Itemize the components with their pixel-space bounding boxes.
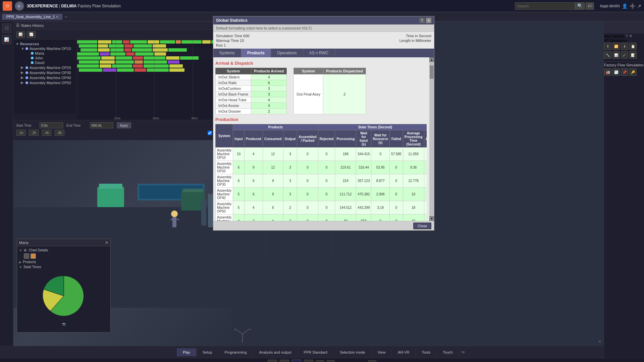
btm-tab-selection[interactable]: Selection mode: [334, 348, 372, 356]
sim-icon-7[interactable]: 🖋: [621, 51, 628, 59]
sidebar-icon-2[interactable]: 📊: [2, 35, 11, 44]
chart-icon-1[interactable]: [24, 253, 29, 259]
maria-panel-title: Maria: [19, 241, 29, 245]
sim-icon-1[interactable]: ⬆: [604, 43, 611, 50]
time-btn-1h[interactable]: -1h: [16, 130, 25, 136]
dispatch-system-cell: Out Final Assy: [294, 74, 323, 114]
app-options-close[interactable]: ✕: [629, 34, 633, 39]
share-icon[interactable]: ↗: [637, 3, 641, 9]
btm-tab-touch[interactable]: Touch: [437, 348, 459, 356]
gs-tab-asnrwc[interactable]: AS n RWC: [303, 49, 335, 57]
tree-node-op10[interactable]: ▼ Assembly Machine OP10: [21, 46, 75, 51]
time-btn-4h[interactable]: -4h: [42, 130, 51, 136]
svg-rect-33: [126, 52, 135, 56]
resources-root[interactable]: ▼ Resources: [15, 42, 75, 46]
btm-tab-pprstandard[interactable]: PPR Standard: [298, 348, 334, 356]
btm-tab-analysis[interactable]: Analysis and output: [253, 348, 298, 356]
maria-panel-close[interactable]: ✕: [105, 240, 108, 245]
step-button[interactable]: ⏭: [304, 360, 313, 362]
sidebar-icon-1[interactable]: ⬡: [2, 23, 11, 33]
tree-node-op50[interactable]: ▶ Assembly Machine OP50: [21, 80, 75, 85]
btm-tab-view[interactable]: View: [372, 348, 392, 356]
arrival-row: InOut Rails6: [216, 80, 287, 86]
tree-node-maria[interactable]: Maria: [26, 51, 75, 56]
btm-tab-tools[interactable]: Tools: [416, 348, 437, 356]
more-tabs-button[interactable]: ≫: [459, 348, 467, 356]
btm-tab-setup[interactable]: Setup: [197, 348, 219, 356]
gs-help-button[interactable]: ?: [419, 18, 425, 23]
search-input[interactable]: [515, 2, 575, 10]
playback-settings-button[interactable]: ⚙: [316, 360, 324, 362]
sim-icon-6[interactable]: 📊: [612, 51, 620, 59]
tree-node-op20[interactable]: ▶ Assembly Machine OP20: [21, 65, 75, 70]
username-label: Najib MHIRI: [600, 4, 620, 8]
sim-icon-4[interactable]: 📋: [629, 43, 637, 50]
stop-button[interactable]: ⬛: [268, 360, 277, 362]
add-icon[interactable]: ➕: [630, 3, 635, 9]
app-options-help[interactable]: ?: [626, 34, 628, 39]
tree-node-john[interactable]: John: [26, 56, 75, 60]
gs-scroll-up[interactable]: ▲: [429, 57, 434, 62]
gs-close-button[interactable]: ✕: [426, 18, 431, 23]
playback-list-button[interactable]: ☰: [327, 360, 335, 362]
apply-button[interactable]: Apply: [117, 122, 131, 128]
chart-btn-1[interactable]: 📊: [16, 31, 25, 38]
svg-rect-38: [115, 56, 132, 60]
btm-tab-programming[interactable]: Programming: [219, 348, 253, 356]
svg-rect-21: [133, 44, 152, 48]
factory-icon-1[interactable]: 🏭: [604, 68, 611, 76]
gs-scroll-track[interactable]: [429, 62, 434, 216]
sim-icon-2[interactable]: 🔁: [612, 43, 620, 50]
time-btn-2h[interactable]: -2h: [29, 130, 38, 136]
btm-tab-play[interactable]: Play: [177, 348, 196, 356]
arrival-dispatch-title: Arrival & Dispatch: [215, 61, 427, 66]
time-btn-8h[interactable]: -8h: [55, 130, 64, 136]
state-times-row[interactable]: ▼ State Times: [19, 264, 108, 269]
prod-extra-cell: [424, 215, 427, 221]
end-time-input[interactable]: [90, 122, 113, 128]
gs-tab-products[interactable]: Products: [241, 49, 271, 57]
tree-node-david[interactable]: David: [26, 60, 75, 65]
chart-details-row[interactable]: ▼ 🖥 Chart Details: [19, 248, 108, 253]
factory-icon-2[interactable]: 📉: [612, 68, 620, 76]
gs-scrollbar[interactable]: ▲ ▼: [429, 57, 434, 221]
play-button[interactable]: ▶: [292, 360, 301, 362]
search-button[interactable]: 🔍: [575, 2, 585, 10]
factory-icon-4[interactable]: 🔑: [629, 68, 637, 76]
filter-button[interactable]: 🏷: [586, 2, 594, 10]
chart-icon-2[interactable]: [31, 253, 36, 259]
chart-btn-2[interactable]: 📈: [27, 31, 36, 38]
gs-controls: ? ✕: [419, 18, 431, 23]
app-logo: ⬡: [3, 1, 12, 11]
tab-ppr-seat[interactable]: PPR_Seat_Assembly_Line_1 ●: [2, 14, 62, 20]
gs-xslt-selector[interactable]: Default formatting (click here to select…: [213, 24, 434, 32]
gs-scroll-down[interactable]: ▼: [429, 216, 434, 221]
pause-button[interactable]: ⏸: [280, 360, 289, 362]
prod-rejected-cell: 0: [318, 201, 335, 215]
tree-op30-label: Assembly Machine OP30: [30, 71, 71, 75]
gs-tab-systems[interactable]: Systems: [213, 49, 241, 57]
main-play-button[interactable]: ▶: [15, 1, 24, 11]
prod-wait-input-cell: 357.123: [356, 174, 371, 188]
add-tab-button[interactable]: +: [63, 14, 69, 19]
sim-icon-5[interactable]: 🔧: [604, 51, 611, 59]
pie-export-icon[interactable]: 📷: [62, 322, 66, 326]
arrival-count-cell: 6: [251, 80, 287, 86]
btm-tab-arvr[interactable]: AR-VR: [392, 348, 416, 356]
tree-node-op40[interactable]: ▶ Assembly Machine OP40: [21, 75, 75, 80]
sim-icon-3[interactable]: ⬇: [621, 43, 628, 50]
gs-tab-operations[interactable]: Operations: [271, 49, 303, 57]
states-history-header: ☰ States History: [13, 21, 231, 29]
svg-rect-8: [123, 40, 129, 44]
gs-run: Run 1: [216, 43, 399, 47]
start-time-input[interactable]: [40, 122, 63, 128]
fit-in-view-checkbox[interactable]: [208, 131, 212, 135]
playback-more-button[interactable]: ▶▶: [368, 360, 376, 362]
tree-node-op30[interactable]: ▶ Assembly Machine OP30: [21, 70, 75, 75]
prod-failed-cell: 0: [390, 215, 403, 221]
gs-scroll-thumb[interactable]: [430, 65, 434, 79]
factory-icon-3[interactable]: 📌: [621, 68, 628, 76]
sim-icon-8[interactable]: 📝: [629, 51, 637, 59]
gs-close-bottom-button[interactable]: Close: [413, 223, 431, 229]
products-row[interactable]: ▶ Products: [19, 259, 108, 264]
